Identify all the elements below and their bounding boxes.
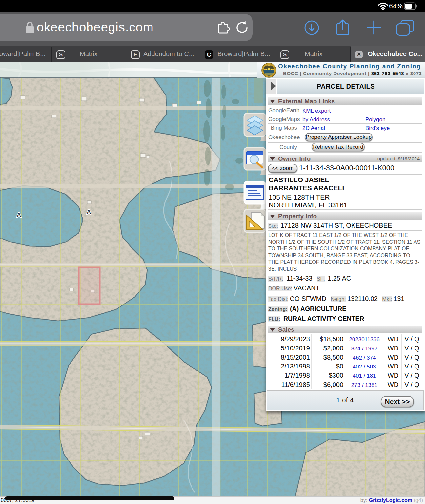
svg-text:A: A: [17, 211, 21, 219]
svg-text:A: A: [87, 208, 91, 216]
